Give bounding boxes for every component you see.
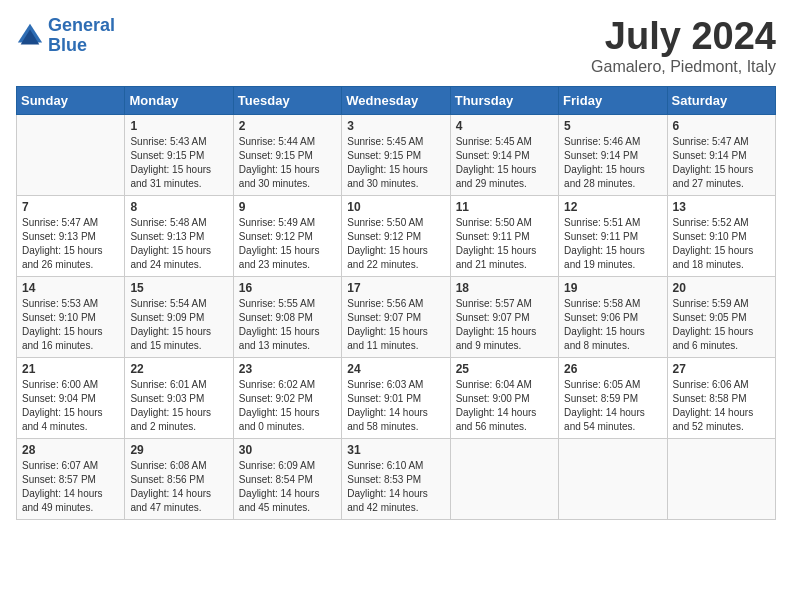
calendar-cell: 27Sunrise: 6:06 AMSunset: 8:58 PMDayligh…: [667, 357, 775, 438]
calendar-cell: 16Sunrise: 5:55 AMSunset: 9:08 PMDayligh…: [233, 276, 341, 357]
calendar-cell: 6Sunrise: 5:47 AMSunset: 9:14 PMDaylight…: [667, 114, 775, 195]
calendar-week-row: 21Sunrise: 6:00 AMSunset: 9:04 PMDayligh…: [17, 357, 776, 438]
calendar-week-row: 1Sunrise: 5:43 AMSunset: 9:15 PMDaylight…: [17, 114, 776, 195]
day-number: 10: [347, 200, 444, 214]
calendar-cell: 9Sunrise: 5:49 AMSunset: 9:12 PMDaylight…: [233, 195, 341, 276]
day-number: 17: [347, 281, 444, 295]
day-number: 4: [456, 119, 553, 133]
day-info: Sunrise: 6:07 AMSunset: 8:57 PMDaylight:…: [22, 459, 119, 515]
calendar-cell: 5Sunrise: 5:46 AMSunset: 9:14 PMDaylight…: [559, 114, 667, 195]
day-info: Sunrise: 5:47 AMSunset: 9:13 PMDaylight:…: [22, 216, 119, 272]
calendar-cell: 17Sunrise: 5:56 AMSunset: 9:07 PMDayligh…: [342, 276, 450, 357]
calendar-week-row: 7Sunrise: 5:47 AMSunset: 9:13 PMDaylight…: [17, 195, 776, 276]
day-info: Sunrise: 5:44 AMSunset: 9:15 PMDaylight:…: [239, 135, 336, 191]
day-number: 28: [22, 443, 119, 457]
calendar-cell: [667, 438, 775, 519]
calendar-cell: 29Sunrise: 6:08 AMSunset: 8:56 PMDayligh…: [125, 438, 233, 519]
calendar-cell: 21Sunrise: 6:00 AMSunset: 9:04 PMDayligh…: [17, 357, 125, 438]
day-number: 12: [564, 200, 661, 214]
day-info: Sunrise: 6:03 AMSunset: 9:01 PMDaylight:…: [347, 378, 444, 434]
calendar-cell: 18Sunrise: 5:57 AMSunset: 9:07 PMDayligh…: [450, 276, 558, 357]
calendar-cell: 22Sunrise: 6:01 AMSunset: 9:03 PMDayligh…: [125, 357, 233, 438]
calendar-cell: 19Sunrise: 5:58 AMSunset: 9:06 PMDayligh…: [559, 276, 667, 357]
day-number: 16: [239, 281, 336, 295]
day-info: Sunrise: 5:45 AMSunset: 9:15 PMDaylight:…: [347, 135, 444, 191]
logo-text: General Blue: [48, 16, 115, 56]
day-number: 9: [239, 200, 336, 214]
day-number: 7: [22, 200, 119, 214]
day-number: 18: [456, 281, 553, 295]
calendar-cell: 26Sunrise: 6:05 AMSunset: 8:59 PMDayligh…: [559, 357, 667, 438]
calendar-cell: 23Sunrise: 6:02 AMSunset: 9:02 PMDayligh…: [233, 357, 341, 438]
day-info: Sunrise: 5:59 AMSunset: 9:05 PMDaylight:…: [673, 297, 770, 353]
day-number: 2: [239, 119, 336, 133]
calendar-week-row: 14Sunrise: 5:53 AMSunset: 9:10 PMDayligh…: [17, 276, 776, 357]
day-info: Sunrise: 5:52 AMSunset: 9:10 PMDaylight:…: [673, 216, 770, 272]
calendar-cell: 4Sunrise: 5:45 AMSunset: 9:14 PMDaylight…: [450, 114, 558, 195]
weekday-header-friday: Friday: [559, 86, 667, 114]
calendar-table: SundayMondayTuesdayWednesdayThursdayFrid…: [16, 86, 776, 520]
day-info: Sunrise: 6:10 AMSunset: 8:53 PMDaylight:…: [347, 459, 444, 515]
day-number: 29: [130, 443, 227, 457]
day-info: Sunrise: 5:48 AMSunset: 9:13 PMDaylight:…: [130, 216, 227, 272]
day-number: 5: [564, 119, 661, 133]
weekday-header-sunday: Sunday: [17, 86, 125, 114]
weekday-header-wednesday: Wednesday: [342, 86, 450, 114]
logo-icon: [16, 22, 44, 50]
day-number: 30: [239, 443, 336, 457]
calendar-cell: 15Sunrise: 5:54 AMSunset: 9:09 PMDayligh…: [125, 276, 233, 357]
day-number: 22: [130, 362, 227, 376]
day-number: 14: [22, 281, 119, 295]
day-number: 19: [564, 281, 661, 295]
day-number: 24: [347, 362, 444, 376]
calendar-cell: [450, 438, 558, 519]
day-info: Sunrise: 5:47 AMSunset: 9:14 PMDaylight:…: [673, 135, 770, 191]
calendar-cell: 25Sunrise: 6:04 AMSunset: 9:00 PMDayligh…: [450, 357, 558, 438]
calendar-cell: 2Sunrise: 5:44 AMSunset: 9:15 PMDaylight…: [233, 114, 341, 195]
day-info: Sunrise: 5:49 AMSunset: 9:12 PMDaylight:…: [239, 216, 336, 272]
day-number: 6: [673, 119, 770, 133]
day-info: Sunrise: 6:01 AMSunset: 9:03 PMDaylight:…: [130, 378, 227, 434]
day-number: 26: [564, 362, 661, 376]
day-info: Sunrise: 5:50 AMSunset: 9:12 PMDaylight:…: [347, 216, 444, 272]
location-title: Gamalero, Piedmont, Italy: [591, 58, 776, 76]
day-info: Sunrise: 6:06 AMSunset: 8:58 PMDaylight:…: [673, 378, 770, 434]
day-number: 27: [673, 362, 770, 376]
calendar-cell: 20Sunrise: 5:59 AMSunset: 9:05 PMDayligh…: [667, 276, 775, 357]
calendar-cell: 1Sunrise: 5:43 AMSunset: 9:15 PMDaylight…: [125, 114, 233, 195]
day-number: 1: [130, 119, 227, 133]
page-header: General Blue July 2024 Gamalero, Piedmon…: [16, 16, 776, 76]
day-info: Sunrise: 5:50 AMSunset: 9:11 PMDaylight:…: [456, 216, 553, 272]
day-info: Sunrise: 5:55 AMSunset: 9:08 PMDaylight:…: [239, 297, 336, 353]
calendar-cell: 31Sunrise: 6:10 AMSunset: 8:53 PMDayligh…: [342, 438, 450, 519]
day-info: Sunrise: 5:51 AMSunset: 9:11 PMDaylight:…: [564, 216, 661, 272]
day-info: Sunrise: 5:45 AMSunset: 9:14 PMDaylight:…: [456, 135, 553, 191]
calendar-cell: 12Sunrise: 5:51 AMSunset: 9:11 PMDayligh…: [559, 195, 667, 276]
day-info: Sunrise: 6:08 AMSunset: 8:56 PMDaylight:…: [130, 459, 227, 515]
day-info: Sunrise: 5:57 AMSunset: 9:07 PMDaylight:…: [456, 297, 553, 353]
day-number: 8: [130, 200, 227, 214]
day-info: Sunrise: 6:05 AMSunset: 8:59 PMDaylight:…: [564, 378, 661, 434]
calendar-cell: 30Sunrise: 6:09 AMSunset: 8:54 PMDayligh…: [233, 438, 341, 519]
day-info: Sunrise: 6:00 AMSunset: 9:04 PMDaylight:…: [22, 378, 119, 434]
logo-line2: Blue: [48, 35, 87, 55]
day-info: Sunrise: 5:46 AMSunset: 9:14 PMDaylight:…: [564, 135, 661, 191]
logo: General Blue: [16, 16, 115, 56]
weekday-header-monday: Monday: [125, 86, 233, 114]
logo-line1: General: [48, 15, 115, 35]
day-number: 23: [239, 362, 336, 376]
day-info: Sunrise: 6:04 AMSunset: 9:00 PMDaylight:…: [456, 378, 553, 434]
day-number: 15: [130, 281, 227, 295]
day-info: Sunrise: 5:54 AMSunset: 9:09 PMDaylight:…: [130, 297, 227, 353]
calendar-cell: 13Sunrise: 5:52 AMSunset: 9:10 PMDayligh…: [667, 195, 775, 276]
calendar-cell: 3Sunrise: 5:45 AMSunset: 9:15 PMDaylight…: [342, 114, 450, 195]
calendar-cell: [559, 438, 667, 519]
day-info: Sunrise: 5:53 AMSunset: 9:10 PMDaylight:…: [22, 297, 119, 353]
day-number: 11: [456, 200, 553, 214]
weekday-header-tuesday: Tuesday: [233, 86, 341, 114]
calendar-week-row: 28Sunrise: 6:07 AMSunset: 8:57 PMDayligh…: [17, 438, 776, 519]
calendar-cell: 28Sunrise: 6:07 AMSunset: 8:57 PMDayligh…: [17, 438, 125, 519]
calendar-cell: 8Sunrise: 5:48 AMSunset: 9:13 PMDaylight…: [125, 195, 233, 276]
calendar-cell: 7Sunrise: 5:47 AMSunset: 9:13 PMDaylight…: [17, 195, 125, 276]
day-number: 25: [456, 362, 553, 376]
